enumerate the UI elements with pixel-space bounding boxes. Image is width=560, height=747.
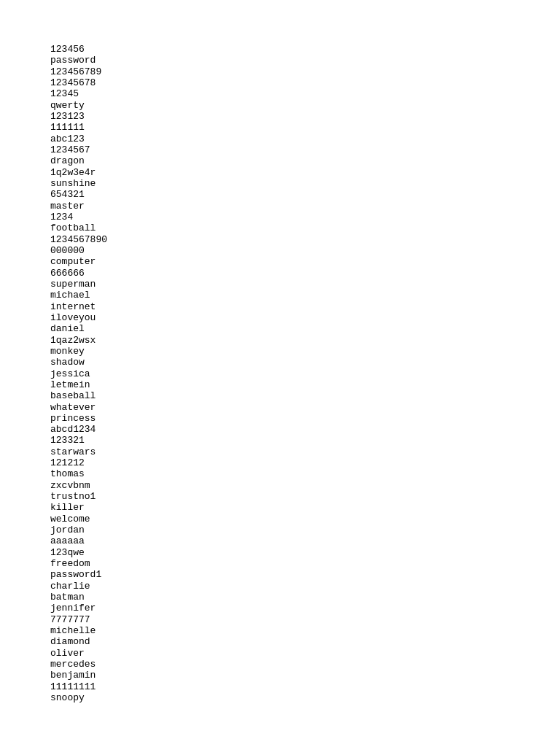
list-item: oliver	[50, 648, 560, 659]
list-item: computer	[50, 256, 560, 267]
list-item: sunshine	[50, 178, 560, 189]
list-item: 123456789	[50, 66, 560, 77]
list-item: 1q2w3e4r	[50, 167, 560, 178]
list-item: 121212	[50, 457, 560, 468]
list-item: freedom	[50, 558, 560, 569]
list-item: 111111	[50, 122, 560, 133]
list-item: welcome	[50, 514, 560, 525]
list-item: abcd1234	[50, 424, 560, 435]
list-item: password	[50, 55, 560, 66]
list-item: 12345	[50, 88, 560, 99]
list-item: 1234567	[50, 144, 560, 155]
list-item: 11111111	[50, 681, 560, 692]
list-item: 000000	[50, 245, 560, 256]
list-item: baseball	[50, 390, 560, 401]
list-item: starwars	[50, 446, 560, 457]
list-item: football	[50, 222, 560, 233]
list-item: michelle	[50, 625, 560, 636]
list-item: qwerty	[50, 100, 560, 111]
password-list: 123456password1234567891234567812345qwer…	[50, 44, 560, 703]
list-item: abc123	[50, 133, 560, 144]
list-item: letmein	[50, 379, 560, 390]
list-item: mercedes	[50, 659, 560, 670]
list-item: password1	[50, 569, 560, 580]
list-item: shadow	[50, 357, 560, 368]
list-item: 123123	[50, 111, 560, 122]
list-item: killer	[50, 502, 560, 513]
list-item: monkey	[50, 346, 560, 357]
list-item: 1qaz2wsx	[50, 335, 560, 346]
list-item: 1234	[50, 212, 560, 222]
list-item: 7777777	[50, 614, 560, 625]
list-item: trustno1	[50, 491, 560, 502]
list-item: 123456	[50, 44, 560, 55]
list-item: batman	[50, 592, 560, 603]
list-item: whatever	[50, 402, 560, 413]
list-item: snoopy	[50, 692, 560, 703]
list-item: thomas	[50, 468, 560, 479]
list-item: jennifer	[50, 603, 560, 614]
list-item: zxcvbnm	[50, 480, 560, 491]
list-item: 12345678	[50, 77, 560, 88]
list-item: superman	[50, 279, 560, 290]
list-item: iloveyou	[50, 312, 560, 323]
list-item: dragon	[50, 155, 560, 166]
list-item: michael	[50, 290, 560, 301]
list-item: master	[50, 201, 560, 212]
list-item: 666666	[50, 268, 560, 279]
list-item: 123321	[50, 435, 560, 446]
list-item: 123qwe	[50, 547, 560, 558]
list-item: aaaaaa	[50, 535, 560, 546]
list-item: princess	[50, 413, 560, 424]
list-item: jordan	[50, 525, 560, 535]
list-item: jessica	[50, 368, 560, 379]
list-item: 1234567890	[50, 234, 560, 245]
list-item: charlie	[50, 581, 560, 592]
list-item: daniel	[50, 323, 560, 334]
list-item: internet	[50, 301, 560, 312]
list-item: 654321	[50, 189, 560, 200]
list-item: benjamin	[50, 670, 560, 681]
list-item: diamond	[50, 636, 560, 647]
